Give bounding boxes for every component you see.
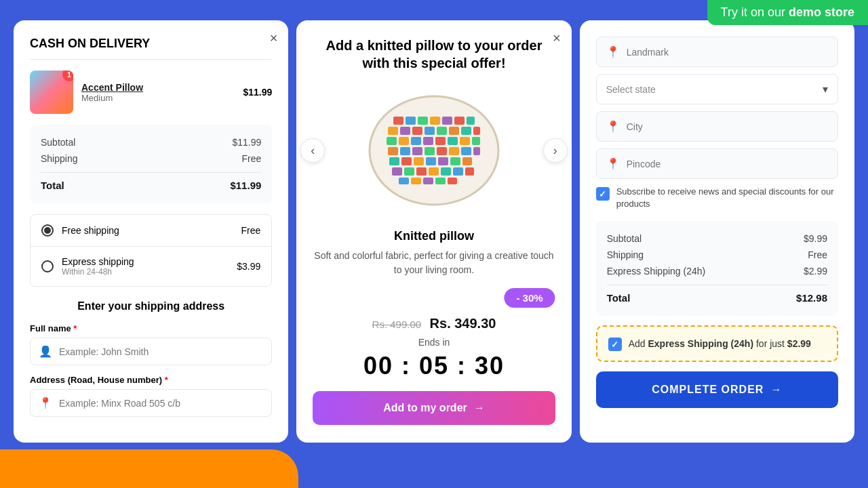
panel3-total-label: Total bbox=[607, 292, 631, 304]
svg-rect-25 bbox=[400, 147, 410, 155]
chevron-down-icon: ▾ bbox=[823, 83, 828, 96]
subscribe-checkbox[interactable]: ✓ bbox=[596, 187, 610, 201]
address-required: * bbox=[165, 375, 168, 385]
svg-rect-9 bbox=[400, 127, 410, 135]
express-shipping-box: ✓ Add Express Shipping (24h) for just $2… bbox=[596, 325, 838, 362]
demo-banner: Try it on our demo store bbox=[707, 0, 868, 25]
cart-item-variant: Medium bbox=[81, 93, 235, 103]
svg-rect-32 bbox=[389, 157, 399, 165]
carousel-next-button[interactable]: › bbox=[543, 138, 568, 163]
landmark-field: 📍 bbox=[596, 37, 838, 67]
express-shipping-price: $2.99 bbox=[787, 338, 811, 349]
panel2-close-button[interactable]: × bbox=[553, 31, 561, 45]
shipping-options: Free shipping Free Express shipping With… bbox=[30, 214, 272, 287]
carousel-prev-button[interactable]: ‹ bbox=[300, 138, 325, 163]
svg-rect-12 bbox=[437, 127, 447, 135]
address-label: Address (Road, House number) * bbox=[30, 375, 272, 385]
shipping-option-express-name: Express shipping bbox=[62, 256, 229, 267]
panel1-close-button[interactable]: × bbox=[270, 31, 278, 45]
svg-rect-4 bbox=[430, 117, 440, 125]
complete-order-button[interactable]: COMPLETE ORDER → bbox=[596, 371, 838, 408]
svg-rect-40 bbox=[404, 167, 414, 176]
svg-rect-31 bbox=[473, 147, 480, 155]
panel3-price-table: Subtotal $9.99 Shipping Free Express Shi… bbox=[596, 221, 838, 316]
svg-rect-49 bbox=[435, 178, 446, 184]
subtotal-label: Subtotal bbox=[41, 137, 75, 148]
full-name-required: * bbox=[73, 323, 77, 333]
address-input[interactable] bbox=[59, 398, 263, 409]
express-checkmark-icon: ✓ bbox=[611, 340, 618, 350]
state-select-field[interactable]: Select state ▾ bbox=[596, 74, 838, 104]
upsell-title: Add a knitted pillow to your order with … bbox=[313, 37, 555, 72]
svg-rect-11 bbox=[425, 127, 435, 135]
svg-rect-33 bbox=[401, 157, 412, 165]
panel1-price-table: Subtotal $11.99 Shipping Free Total $11.… bbox=[30, 125, 272, 203]
express-shipping-checkbox[interactable]: ✓ bbox=[608, 338, 622, 351]
panel3-subtotal-label: Subtotal bbox=[607, 233, 642, 244]
city-input[interactable] bbox=[627, 121, 828, 132]
add-to-order-arrow: → bbox=[474, 402, 485, 414]
panel3-express-row: Express Shipping (24h) $2.99 bbox=[607, 263, 827, 279]
svg-rect-46 bbox=[399, 178, 409, 184]
svg-rect-39 bbox=[392, 167, 402, 176]
svg-rect-10 bbox=[412, 127, 422, 135]
add-to-order-label: Add to my order bbox=[383, 402, 467, 414]
cart-item-price: $11.99 bbox=[243, 87, 273, 98]
shipping-option-free[interactable]: Free shipping Free bbox=[31, 215, 271, 247]
svg-rect-20 bbox=[435, 137, 446, 145]
shipping-row: Shipping Free bbox=[41, 150, 261, 167]
upsell-description: Soft and colorful fabric, perfect for gi… bbox=[313, 249, 555, 277]
panel3-shipping-row: Shipping Free bbox=[607, 247, 827, 263]
svg-rect-1 bbox=[393, 117, 403, 125]
upsell-prices: Rs. 499.00 Rs. 349.30 bbox=[313, 316, 555, 331]
shipping-option-free-name: Free shipping bbox=[62, 225, 233, 236]
shipping-label: Shipping bbox=[41, 153, 78, 164]
svg-rect-17 bbox=[399, 137, 409, 145]
panel3-subtotal-value: $9.99 bbox=[804, 233, 827, 244]
radio-inner-selected bbox=[44, 227, 51, 234]
svg-rect-23 bbox=[472, 137, 480, 145]
svg-rect-2 bbox=[406, 117, 416, 125]
pincode-input[interactable] bbox=[627, 159, 828, 169]
panel3-shipping-value: Free bbox=[808, 249, 827, 260]
upsell-carousel: ‹ bbox=[313, 83, 555, 218]
shipping-option-free-radio[interactable] bbox=[41, 224, 54, 237]
total-row: Total $11.99 bbox=[41, 172, 261, 194]
panel3-total-row: Total $12.98 bbox=[607, 285, 827, 306]
svg-rect-42 bbox=[429, 167, 439, 176]
shipping-option-free-info: Free shipping bbox=[62, 225, 233, 236]
svg-rect-21 bbox=[448, 137, 458, 145]
svg-rect-44 bbox=[453, 167, 463, 176]
person-icon: 👤 bbox=[39, 345, 52, 358]
shipping-option-express[interactable]: Express shipping Within 24-48h $3.99 bbox=[31, 247, 271, 286]
svg-rect-24 bbox=[388, 147, 398, 155]
cart-item-name: Accent Pillow bbox=[81, 82, 235, 93]
subscribe-row: ✓ Subscribe to receive news and special … bbox=[596, 186, 838, 210]
full-name-label: Full name * bbox=[30, 323, 272, 333]
panel3-total-value: $12.98 bbox=[796, 292, 827, 304]
pillow-svg bbox=[359, 83, 509, 218]
svg-rect-15 bbox=[473, 127, 480, 135]
shipping-value: Free bbox=[242, 153, 262, 164]
svg-rect-26 bbox=[412, 147, 422, 155]
pincode-icon: 📍 bbox=[606, 157, 620, 170]
svg-rect-27 bbox=[425, 147, 435, 155]
shipping-option-express-radio[interactable] bbox=[41, 260, 54, 272]
address-input-group: 📍 bbox=[30, 389, 272, 417]
full-name-input[interactable] bbox=[59, 346, 263, 357]
shipping-option-free-price: Free bbox=[241, 225, 261, 236]
svg-rect-7 bbox=[467, 117, 475, 125]
demo-banner-bold: demo store bbox=[789, 5, 854, 19]
panel3-express-value: $2.99 bbox=[804, 266, 827, 277]
landmark-input[interactable] bbox=[627, 47, 828, 58]
shipping-option-express-price: $3.99 bbox=[237, 261, 260, 272]
svg-rect-43 bbox=[441, 167, 451, 176]
pincode-field: 📍 bbox=[596, 148, 838, 179]
cart-item-image: 1 bbox=[30, 70, 73, 114]
subtotal-row: Subtotal $11.99 bbox=[41, 134, 261, 150]
svg-rect-6 bbox=[454, 117, 465, 125]
state-select[interactable]: Select state bbox=[606, 84, 823, 95]
add-to-order-button[interactable]: Add to my order → bbox=[313, 391, 555, 425]
cart-item: 1 Accent Pillow Medium $11.99 bbox=[30, 70, 272, 114]
upsell-original-price: Rs. 499.00 bbox=[372, 319, 422, 330]
